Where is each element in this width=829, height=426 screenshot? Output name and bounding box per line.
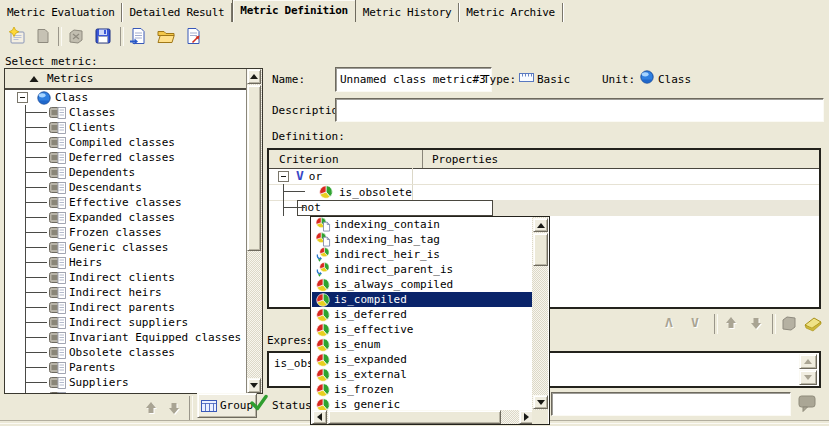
list-item[interactable]: Generic classes — [5, 240, 247, 255]
criterion-pie-icon — [316, 368, 330, 382]
comment-button[interactable] — [796, 392, 818, 417]
collapse-expander-icon[interactable] — [17, 92, 28, 103]
dropdown-item[interactable]: indexing_has_tag — [312, 232, 532, 247]
scroll-left-button[interactable] — [312, 410, 327, 424]
export-metrics-button[interactable] — [184, 26, 204, 46]
metric-icon — [49, 346, 66, 359]
scrollbar-thumb[interactable] — [533, 233, 548, 266]
edit-row-filler — [493, 200, 819, 216]
scroll-up-button[interactable] — [533, 218, 548, 232]
dropdown-item[interactable]: is_generic — [312, 397, 532, 410]
list-item[interactable]: Frozen classes — [5, 225, 247, 240]
list-item[interactable]: Classes — [5, 105, 247, 120]
class-unit-sphere-icon — [640, 70, 654, 84]
definition-row-or[interactable]: V or — [269, 168, 819, 185]
list-item[interactable]: Indirect parents — [5, 300, 247, 315]
list-item[interactable]: Descendants — [5, 180, 247, 195]
new-metric-button[interactable] — [7, 26, 27, 46]
dropdown-item[interactable]: indexing_contain — [312, 217, 532, 232]
scrollbar-thumb[interactable] — [247, 85, 261, 251]
list-item[interactable]: Obsolete classes — [5, 345, 247, 360]
tree-root-class[interactable]: Class — [5, 90, 247, 105]
dropdown-vertical-scrollbar[interactable] — [532, 217, 548, 410]
list-item[interactable]: Heirs — [5, 255, 247, 270]
list-item[interactable]: Indirect suppliers — [5, 315, 247, 330]
eraser-icon — [802, 313, 824, 333]
dropdown-item[interactable]: indirect_parent_is — [312, 262, 532, 277]
delete-metric-button[interactable] — [66, 26, 86, 46]
delete-criterion-button[interactable] — [779, 313, 799, 336]
group-button[interactable]: Group — [197, 393, 257, 418]
dropdown-item[interactable]: is_enum — [312, 337, 532, 352]
tab-metric-archive[interactable]: Metric Archive — [459, 3, 563, 22]
move-metric-up-button[interactable] — [142, 399, 160, 420]
dropdown-item[interactable]: is_external — [312, 367, 532, 382]
collapse-expander-icon[interactable] — [278, 171, 289, 182]
scroll-down-button[interactable] — [247, 378, 261, 393]
list-item[interactable]: Compiled classes — [5, 135, 247, 150]
tab-metric-evaluation[interactable]: Metric Evaluation — [0, 3, 122, 22]
dropdown-item-label: is_deferred — [334, 308, 407, 321]
insert-and-operator-button[interactable]: Λ — [665, 315, 673, 330]
criterion-pie-icon — [319, 185, 333, 199]
list-item[interactable]: Dependents — [5, 165, 247, 180]
expression-scroll-up-button[interactable] — [799, 354, 817, 369]
properties-column-header[interactable]: Properties — [423, 150, 819, 168]
list-item[interactable]: Parents — [5, 360, 247, 375]
criterion-edit-box[interactable]: not — [297, 200, 493, 216]
definition-row-is-obsolete[interactable]: is_obsolete — [269, 184, 819, 201]
copy-metric-button[interactable] — [33, 26, 53, 46]
list-item[interactable]: Indirect clients — [5, 270, 247, 285]
dropdown-item-label: is_compiled — [334, 293, 407, 306]
save-metric-button[interactable] — [93, 26, 113, 46]
dropdown-item-label: is_enum — [334, 338, 380, 351]
metrics-list-scrollbar[interactable] — [246, 69, 262, 393]
list-item[interactable]: Suppliers — [5, 375, 247, 390]
list-item[interactable]: Deferred classes — [5, 150, 247, 165]
clear-definition-button[interactable] — [802, 313, 824, 336]
dropdown-item[interactable]: is_deferred — [312, 307, 532, 322]
dropdown-item[interactable]: is_frozen — [312, 382, 532, 397]
tab-detailed-result[interactable]: Detailed Result — [122, 3, 232, 22]
list-item[interactable]: Expanded classes — [5, 210, 247, 225]
criterion-relation-icon — [315, 247, 331, 262]
import-metrics-button[interactable] — [128, 26, 148, 46]
list-item[interactable]: Invariant Equipped classes — [5, 330, 247, 345]
open-metric-file-icon — [156, 26, 176, 46]
expression-scroll-down-button[interactable] — [799, 370, 817, 385]
move-criterion-up-button[interactable] — [722, 314, 740, 335]
triangle-right-icon — [524, 413, 529, 421]
open-metric-file-button[interactable] — [156, 26, 176, 46]
scrollbar-thumb[interactable] — [328, 410, 501, 424]
tab-metric-history[interactable]: Metric History — [356, 3, 460, 22]
name-input[interactable] — [335, 67, 492, 92]
dropdown-item-label: is_always_compiled — [334, 278, 453, 291]
status-detail-input[interactable] — [551, 392, 791, 416]
list-item[interactable]: Indirect heirs — [5, 285, 247, 300]
definition-row-not[interactable]: not — [269, 200, 819, 216]
dropdown-item-label: indirect_parent_is — [334, 263, 453, 276]
insert-or-operator-button[interactable]: V — [691, 315, 699, 330]
list-item[interactable]: Effective classes — [5, 195, 247, 210]
criterion-doc-icon — [315, 217, 331, 232]
tab-metric-definition[interactable]: Metric Definition — [232, 0, 355, 22]
metric-icon — [49, 376, 66, 389]
move-criterion-down-button[interactable] — [747, 314, 765, 335]
move-metric-down-button[interactable] — [165, 399, 183, 420]
criterion-column-header[interactable]: Criterion — [269, 150, 423, 168]
list-item[interactable]: Clients — [5, 120, 247, 135]
scroll-down-button[interactable] — [533, 395, 548, 409]
scroll-up-button[interactable] — [247, 69, 261, 84]
dropdown-item[interactable]: is_expanded — [312, 352, 532, 367]
dropdown-item[interactable]: indirect_heir_is — [312, 247, 532, 262]
metric-icon — [49, 181, 66, 194]
description-input[interactable] — [335, 98, 824, 122]
triangle-up-icon — [250, 74, 258, 79]
dropdown-item[interactable]: is_effective — [312, 322, 532, 337]
metrics-list-header[interactable]: Metrics — [5, 69, 247, 90]
dropdown-item[interactable]: is_always_compiled — [312, 277, 532, 292]
metric-label: Obsolete classes — [69, 346, 175, 359]
triangle-down-icon — [804, 375, 812, 380]
dropdown-horizontal-scrollbar[interactable] — [312, 410, 534, 424]
dropdown-item-selected[interactable]: is_compiled — [312, 292, 532, 307]
